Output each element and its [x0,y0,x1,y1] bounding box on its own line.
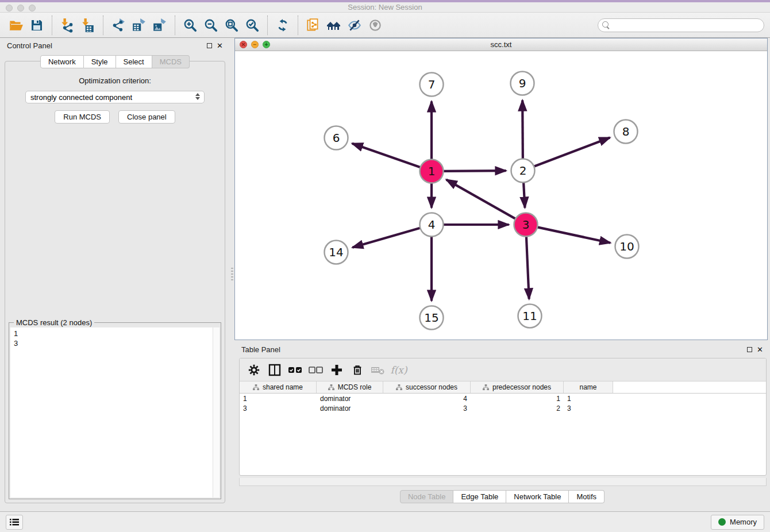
export-image-icon[interactable] [149,15,170,36]
search-icon [602,21,610,29]
optimization-criterion-select[interactable]: strongly connected component [25,91,205,103]
search-input[interactable] [598,18,764,32]
graph-node-3[interactable]: 3 [514,213,538,237]
titlebar-accent [0,0,770,2]
float-panel-icon[interactable] [207,43,212,48]
table-row[interactable]: 1dominator411 [240,394,766,403]
float-table-panel-icon[interactable] [747,347,752,352]
graph-node-10[interactable]: 10 [615,235,639,259]
graph-edge-1-2[interactable] [443,171,506,171]
column-header-mcds-role[interactable]: MCDS role [317,381,383,393]
mcds-panel: Optimization criterion: strongly connect… [5,61,225,503]
graph-edge-2-3[interactable] [523,182,525,207]
close-panel-icon[interactable]: ✕ [217,43,223,48]
graph-node-14[interactable]: 14 [325,241,348,264]
graph-node-label: 14 [329,245,343,259]
memory-label: Memory [730,518,757,526]
task-history-button[interactable] [6,515,23,530]
tab-mcds[interactable]: MCDS [152,55,190,68]
toolbar-separator [52,16,52,35]
import-table-icon[interactable] [78,15,98,36]
tab-edge-table[interactable]: Edge Table [453,490,506,503]
graph-edge-3-10[interactable] [537,227,610,242]
hide-selected-icon[interactable] [344,15,365,36]
table-hscrollbar[interactable] [239,478,767,486]
first-neighbors-icon[interactable] [324,15,344,36]
application-window: Session: New Session [0,0,770,532]
mcds-result-groupbox: MCDS result (2 nodes) 1 3 [9,322,221,499]
tab-style[interactable]: Style [84,55,116,68]
deselect-all-columns-icon[interactable] [307,361,325,379]
zoom-fit-icon[interactable] [221,15,242,36]
graph-edge-3-11[interactable] [526,236,529,299]
graph-node-4[interactable]: 4 [420,213,444,237]
table-row[interactable]: 3dominator323 [240,403,766,413]
graph-edge-4-14[interactable] [352,228,420,248]
export-network-icon[interactable] [108,15,129,36]
column-header-successor-nodes[interactable]: successor nodes [383,381,471,393]
select-all-columns-icon[interactable] [287,361,304,379]
zoom-out-icon[interactable] [201,15,221,36]
table-settings-icon[interactable] [245,361,263,379]
zoom-selected-icon[interactable] [242,15,263,36]
table-cell: 3 [240,404,317,413]
show-all-icon[interactable] [365,15,386,36]
open-file-icon[interactable] [6,15,26,36]
column-header-shared-name[interactable]: shared name [240,381,317,393]
graph-node-15[interactable]: 15 [420,306,444,330]
tab-network-table[interactable]: Network Table [506,490,569,503]
apply-layout-icon[interactable] [272,15,293,36]
table-rows: 1dominator4113dominator323 [240,394,766,413]
graph-node-6[interactable]: 6 [325,126,348,150]
graph-edge-3-1[interactable] [446,180,516,219]
splitter-grip-icon [231,268,233,280]
run-mcds-button[interactable]: Run MCDS [55,110,110,124]
new-network-from-selection-icon[interactable] [303,15,324,36]
toolbar-separator [298,16,298,35]
graph-edge-1-6[interactable] [352,144,421,168]
column-header-predecessor-nodes[interactable]: predecessor nodes [471,381,564,393]
table-header-row: shared nameMCDS rolesuccessor nodesprede… [240,381,766,394]
mcds-result-textarea[interactable]: 1 3 [10,327,220,498]
table-cell: 1 [240,395,317,403]
column-header-name[interactable]: name [564,381,613,393]
tab-node-table[interactable]: Node Table [400,490,454,503]
graph-node-label: 11 [522,309,537,323]
select-chevrons-icon [195,93,200,100]
graph-node-9[interactable]: 9 [511,72,534,95]
network-canvas[interactable]: 7968124314101511 [235,51,767,340]
network-window-titlebar[interactable]: ✕ − + scc.txt [235,38,767,51]
show-column-pane-icon[interactable] [266,361,283,379]
tab-select[interactable]: Select [116,55,152,68]
panel-splitter[interactable] [230,38,234,511]
graph-node-11[interactable]: 11 [518,304,542,328]
export-table-icon[interactable] [129,15,149,36]
import-network-icon[interactable] [57,15,78,36]
table-cell: 4 [383,395,471,403]
table-cell: dominator [317,395,383,403]
window-title: Session: New Session [0,3,770,11]
memory-button[interactable]: Memory [711,515,764,530]
result-scrollbar[interactable] [213,327,220,498]
close-panel-button[interactable]: Close panel [118,110,175,124]
graph-node-8[interactable]: 8 [614,120,638,144]
graph-node-2[interactable]: 2 [511,159,535,183]
network-canvas-svg: 7968124314101511 [235,51,767,340]
graph-node-7[interactable]: 7 [420,73,444,97]
graph-node-1[interactable]: 1 [420,160,444,183]
zoom-in-icon[interactable] [180,15,201,36]
control-panel-tabs: NetworkStyleSelectMCDS [0,55,230,68]
save-session-icon[interactable] [26,15,47,36]
close-table-panel-icon[interactable]: ✕ [757,347,763,352]
add-column-icon[interactable] [328,361,345,379]
graph-edge-2-8[interactable] [534,137,610,166]
column-header-label: name [579,383,596,391]
node-table-container: f(x) shared nameMCDS rolesuccessor nodes… [239,358,767,476]
graph-node-label: 6 [333,131,340,145]
tab-motifs[interactable]: Motifs [569,490,605,503]
optimization-criterion-value: strongly connected component [30,93,132,102]
tab-network[interactable]: Network [40,55,84,68]
graph-node-label: 7 [428,78,436,91]
delete-column-icon[interactable] [349,361,366,379]
graph-edge-2-9[interactable] [522,100,523,159]
